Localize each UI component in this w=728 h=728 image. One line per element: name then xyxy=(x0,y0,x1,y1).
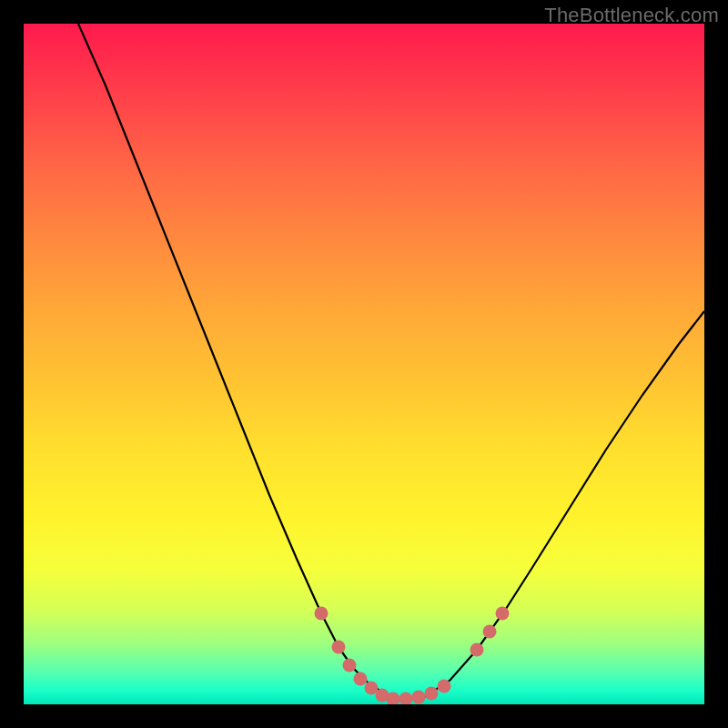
highlight-dot xyxy=(412,691,426,704)
highlight-dot xyxy=(425,687,439,701)
highlight-dot xyxy=(496,607,510,621)
bottleneck-curve xyxy=(78,24,704,699)
highlight-dot xyxy=(343,659,357,672)
watermark-text: TheBottleneck.com xyxy=(544,4,719,27)
highlight-dot xyxy=(354,672,368,686)
plot-area xyxy=(24,24,704,704)
chart-frame: TheBottleneck.com xyxy=(0,0,728,728)
curve-overlay xyxy=(24,24,704,704)
highlight-dot xyxy=(399,693,413,705)
highlight-dot xyxy=(332,641,346,654)
highlight-dot xyxy=(315,607,329,621)
highlight-dot xyxy=(470,643,484,657)
highlight-dot xyxy=(438,680,451,693)
highlight-dot xyxy=(483,625,497,639)
